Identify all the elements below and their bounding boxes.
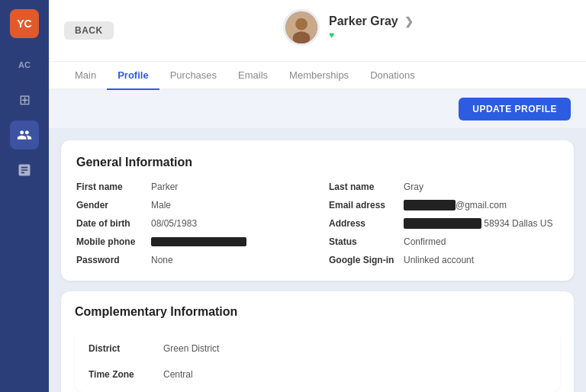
info-row-status: Status Confirmed <box>329 236 559 247</box>
label-mobile: Mobile phone <box>76 236 145 247</box>
info-row-password: Password None <box>76 255 306 265</box>
nav-tabs: Main Profile Purchases Emails Membership… <box>49 62 586 90</box>
avatar-image <box>285 11 317 43</box>
info-row-gender: Gender Male <box>76 200 306 210</box>
value-dob: 08/05/1983 <box>151 218 197 229</box>
general-info-grid: First name Parker Gender Male Date of bi… <box>76 182 559 265</box>
general-info-title: General Information <box>76 156 559 169</box>
info-row-address: Address ████████████ 58934 Dallas US <box>329 218 559 229</box>
info-row-mobile: Mobile phone ████████████████ <box>76 236 306 247</box>
top-bar: BACK <box>49 0 586 62</box>
profile-header-wrapper: Parker Gray ❯ ♥ <box>126 9 571 52</box>
value-email: ████████@gmail.com <box>404 200 507 210</box>
complementary-info-card: Complementary Information District Green… <box>61 291 574 392</box>
label-password: Password <box>76 255 145 265</box>
avatar <box>283 9 320 46</box>
value-password: None <box>151 255 173 265</box>
sidebar-label: AC <box>10 50 39 79</box>
label-dob: Date of birth <box>76 218 145 229</box>
sidebar: YC AC ⊞ <box>0 0 49 392</box>
label-district: District <box>89 343 157 354</box>
label-status: Status <box>329 236 398 247</box>
svg-point-2 <box>293 31 311 45</box>
tab-purchases[interactable]: Purchases <box>159 62 227 90</box>
chevron-right-icon[interactable]: ❯ <box>404 15 414 27</box>
value-timezone: Central <box>163 369 193 380</box>
content-area: General Information First name Parker Ge… <box>49 128 586 392</box>
report-icon[interactable] <box>10 156 39 185</box>
comp-grid: District Green District Time Zone Centra… <box>89 343 546 380</box>
update-profile-button[interactable]: UPDATE PROFILE <box>459 98 571 120</box>
value-lastname: Gray <box>404 182 423 192</box>
label-lastname: Last name <box>329 182 398 192</box>
comp-inner-card: District Green District Time Zone Centra… <box>75 331 560 392</box>
top-section: BACK <box>49 0 586 90</box>
value-status: Confirmed <box>404 236 446 247</box>
profile-name-area: Parker Gray ❯ ♥ <box>329 14 414 40</box>
value-gender: Male <box>151 200 171 210</box>
value-address: ████████████ 58934 Dallas US <box>404 218 552 229</box>
value-mobile: ████████████████ <box>151 237 246 246</box>
profile-info: Parker Gray ❯ ♥ <box>283 9 414 46</box>
info-col-right: Last name Gray Email adress ████████@gma… <box>329 182 559 265</box>
value-google: Unlinked account <box>404 255 474 265</box>
tab-memberships[interactable]: Memberships <box>279 62 359 90</box>
label-email: Email adress <box>329 200 398 210</box>
grid-icon[interactable]: ⊞ <box>10 85 39 114</box>
tab-emails[interactable]: Emails <box>227 62 279 90</box>
verified-badge: ♥ <box>329 30 414 40</box>
back-button[interactable]: BACK <box>64 21 114 40</box>
info-row-district: District Green District <box>89 343 546 354</box>
label-google: Google Sign-in <box>329 255 398 265</box>
profile-name: Parker Gray ❯ <box>329 14 414 28</box>
general-info-card: General Information First name Parker Ge… <box>61 140 574 281</box>
sidebar-logo[interactable]: YC <box>10 9 39 38</box>
label-gender: Gender <box>76 200 145 210</box>
name-text: Parker Gray <box>329 14 398 28</box>
action-bar: UPDATE PROFILE <box>49 90 586 128</box>
info-row-email: Email adress ████████@gmail.com <box>329 200 559 210</box>
main-content: BACK <box>49 0 586 392</box>
value-firstname: Parker <box>151 182 178 192</box>
svg-point-1 <box>295 18 307 31</box>
info-row-lastname: Last name Gray <box>329 182 559 192</box>
tab-profile[interactable]: Profile <box>107 62 159 90</box>
info-row-google: Google Sign-in Unlinked account <box>329 255 559 265</box>
value-district: Green District <box>163 343 219 354</box>
tab-donations[interactable]: Donations <box>359 62 426 90</box>
label-timezone: Time Zone <box>89 369 157 380</box>
info-row-timezone: Time Zone Central <box>89 369 546 380</box>
tab-main[interactable]: Main <box>64 62 107 90</box>
community-icon[interactable] <box>10 120 39 149</box>
info-col-left: First name Parker Gender Male Date of bi… <box>76 182 306 265</box>
complementary-info-title: Complementary Information <box>75 305 560 319</box>
label-address: Address <box>329 218 398 229</box>
info-row-firstname: First name Parker <box>76 182 306 192</box>
label-firstname: First name <box>76 182 145 192</box>
info-row-dob: Date of birth 08/05/1983 <box>76 218 306 229</box>
